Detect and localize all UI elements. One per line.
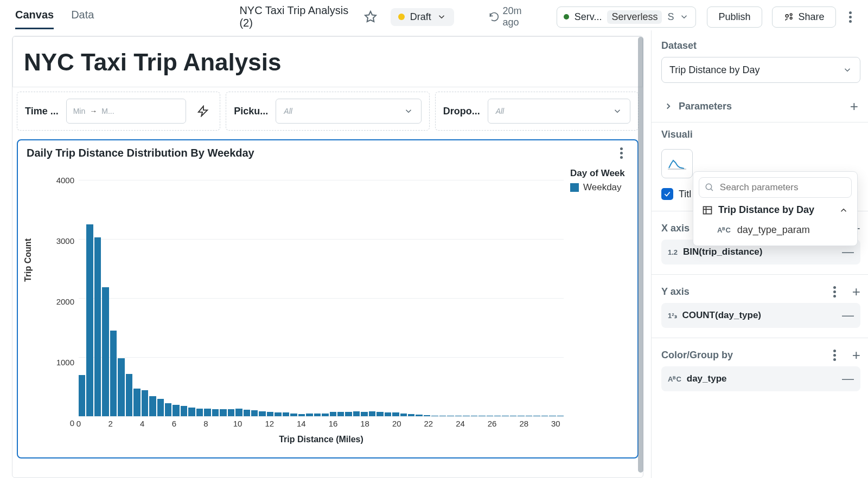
share-icon — [783, 11, 794, 22]
chart-bar — [188, 408, 195, 416]
dataset-value: Trip Distance by Day — [669, 64, 760, 76]
param-name: day_type_param — [737, 224, 810, 236]
colorby-field-pill[interactable]: AᴮC day_type — — [661, 366, 860, 391]
chart-bar — [149, 396, 156, 416]
canvas-area: NYC Taxi Trip Analysis Time ... Min → M.… — [0, 30, 651, 478]
xaxis-label: X axis — [661, 223, 690, 234]
pickup-select[interactable]: All — [276, 99, 421, 124]
popover-param-item[interactable]: AᴮC day_type_param — [699, 219, 852, 240]
chart-bar — [94, 237, 101, 416]
title-checkbox[interactable] — [661, 188, 673, 200]
refresh-time: 20m ago — [503, 5, 537, 28]
colorby-field-name: day_type — [687, 373, 727, 384]
svg-marker-4 — [199, 106, 208, 116]
chevron-down-icon — [843, 65, 852, 75]
yaxis-remove-button[interactable]: — — [842, 308, 854, 322]
x-tick: 20 — [392, 419, 401, 428]
last-refresh[interactable]: 20m ago — [489, 5, 537, 28]
chart-bar — [110, 331, 117, 416]
scrollbar[interactable] — [638, 37, 643, 473]
legend-item-label: Weekday — [583, 182, 622, 193]
svg-marker-0 — [365, 11, 376, 22]
x-tick: 30 — [551, 419, 560, 428]
chart-bar — [142, 390, 148, 416]
y-tick: 0 — [46, 418, 74, 428]
chevron-down-icon — [404, 106, 413, 116]
chart-bar — [118, 358, 124, 416]
legend-title: Day of Week — [570, 168, 625, 179]
colorby-more-button[interactable] — [827, 350, 843, 361]
share-button[interactable]: Share — [772, 7, 836, 28]
chart-bar — [204, 409, 210, 416]
param-type-badge: AᴮC — [717, 226, 731, 234]
chart-title: Daily Trip Distance Distribution By Week… — [27, 147, 254, 159]
histogram-icon — [668, 157, 686, 170]
chevron-down-icon — [612, 106, 622, 116]
yaxis-more-button[interactable] — [827, 286, 843, 298]
dropoff-value: All — [496, 107, 505, 115]
compute-serv-label: Serv... — [575, 11, 602, 23]
colorby-add-button[interactable]: + — [852, 348, 860, 362]
chart-bar — [330, 412, 336, 416]
colorby-label: Color/Group by — [661, 350, 733, 361]
popover-dataset-item[interactable]: Trip Distance by Day — [699, 198, 852, 219]
svg-rect-8 — [704, 206, 712, 214]
x-tick: 2 — [108, 419, 112, 428]
viz-type-chip[interactable] — [661, 149, 693, 178]
filter-dropoff: Dropo... All — [435, 92, 639, 131]
status-dot-icon — [398, 14, 405, 20]
yaxis-field-pill[interactable]: 1²₃ COUNT(day_type) — — [661, 303, 860, 328]
time-range-input[interactable]: Min → M... — [66, 99, 187, 124]
chart-card[interactable]: Daily Trip Distance Distribution By Week… — [17, 139, 639, 458]
compute-size: S — [667, 11, 674, 23]
chart-bar — [173, 405, 179, 416]
colorby-remove-button[interactable]: — — [842, 372, 854, 386]
refresh-icon — [489, 11, 500, 23]
parameter-search[interactable] — [699, 177, 852, 198]
more-menu-button[interactable] — [844, 11, 857, 23]
star-icon[interactable] — [362, 7, 380, 27]
chart-bar — [361, 412, 367, 416]
x-tick: 12 — [265, 419, 274, 428]
svg-point-1 — [786, 15, 788, 17]
tab-canvas[interactable]: Canvas — [15, 4, 54, 29]
add-parameter-button[interactable]: + — [850, 99, 858, 113]
compute-selector[interactable]: Serv... Serverless S — [557, 7, 697, 28]
x-tick: 24 — [456, 419, 465, 428]
x-tick: 22 — [424, 419, 433, 428]
parameters-row[interactable]: Parameters + — [661, 94, 860, 119]
document-title[interactable]: NYC Taxi Trip Analysis (2) — [239, 4, 353, 29]
chart-more-button[interactable] — [614, 147, 629, 159]
y-tick: 1000 — [46, 358, 74, 367]
publish-button[interactable]: Publish — [707, 7, 762, 28]
tab-data[interactable]: Data — [71, 4, 94, 29]
dropoff-select[interactable]: All — [488, 99, 630, 124]
legend-item[interactable]: Weekday — [570, 182, 625, 193]
yaxis-add-button[interactable]: + — [852, 285, 860, 299]
xaxis-field-name: BIN(trip_distance) — [683, 247, 762, 257]
bolt-icon[interactable] — [194, 102, 212, 120]
yaxis-field-name: COUNT(day_type) — [682, 310, 761, 321]
parameters-label: Parameters — [679, 101, 732, 112]
colorby-type-badge: AᴮC — [668, 375, 681, 383]
dataset-select[interactable]: Trip Distance by Day — [661, 57, 860, 83]
draft-label: Draft — [410, 11, 431, 23]
chart-bar — [220, 409, 226, 416]
chart-bar — [235, 409, 242, 416]
arrow-right-icon: → — [90, 107, 97, 115]
x-tick: 14 — [297, 419, 306, 428]
svg-line-7 — [711, 189, 713, 191]
draft-status-dropdown[interactable]: Draft — [391, 8, 454, 26]
parameter-search-input[interactable] — [720, 182, 846, 193]
xaxis-remove-button[interactable]: — — [842, 245, 854, 259]
check-icon — [663, 190, 671, 198]
filter-dropoff-label: Dropo... — [443, 106, 480, 117]
y-axis-label: Trip Count — [23, 238, 33, 282]
compute-serverless-tag: Serverless — [607, 10, 662, 24]
yaxis-label: Y axis — [661, 286, 690, 298]
chart-bar — [126, 374, 132, 417]
chart-bar — [102, 287, 108, 416]
page-title[interactable]: NYC Taxi Trip Analysis — [12, 36, 643, 87]
chart-bar — [157, 399, 164, 416]
chart-plot: Trip Count 01000200030004000 02468101214… — [27, 163, 564, 444]
